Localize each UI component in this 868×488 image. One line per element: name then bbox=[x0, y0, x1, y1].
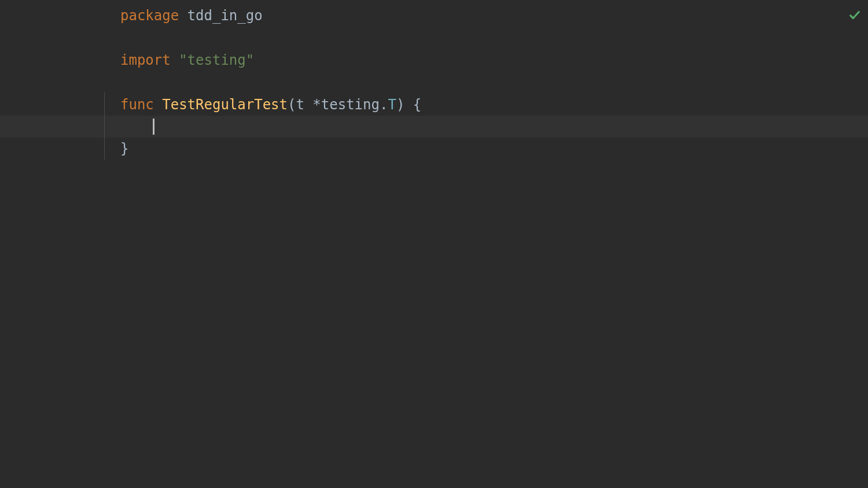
code-token: t bbox=[296, 94, 312, 116]
code-editor[interactable]: package tdd_in_goimport "testing"func Te… bbox=[0, 0, 868, 488]
code-token: { bbox=[404, 94, 421, 116]
code-token: ) bbox=[396, 94, 404, 116]
code-line[interactable] bbox=[120, 27, 868, 49]
code-token: TestRegularTest bbox=[162, 94, 288, 116]
code-token bbox=[154, 94, 162, 116]
text-cursor bbox=[153, 119, 155, 135]
code-token: tdd_in_go bbox=[187, 5, 263, 27]
code-token: T bbox=[388, 94, 396, 116]
code-token: package bbox=[120, 5, 179, 27]
code-token bbox=[171, 49, 179, 71]
code-token bbox=[179, 5, 187, 27]
code-line[interactable] bbox=[120, 116, 868, 138]
code-line[interactable]: func TestRegularTest(t *testing.T) { bbox=[120, 94, 868, 116]
code-line[interactable]: import "testing" bbox=[120, 49, 868, 71]
code-line[interactable] bbox=[120, 71, 868, 93]
code-token: ( bbox=[288, 94, 296, 116]
code-token: "testing" bbox=[179, 49, 254, 71]
code-token: . bbox=[380, 94, 388, 116]
code-token: func bbox=[120, 94, 154, 116]
code-token: * bbox=[312, 94, 321, 116]
code-line[interactable]: package tdd_in_go bbox=[120, 5, 868, 27]
code-token: testing bbox=[321, 94, 380, 116]
code-token: import bbox=[120, 49, 171, 71]
analysis-status-icon[interactable] bbox=[848, 6, 861, 19]
code-line[interactable]: } bbox=[120, 138, 868, 160]
code-token: } bbox=[120, 138, 128, 160]
